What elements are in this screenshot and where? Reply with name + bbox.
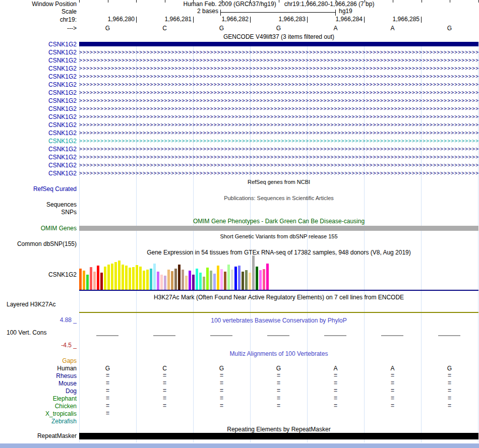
gene-label-csnk1g2[interactable]: CSNK1G2 — [0, 145, 77, 153]
track-label-dog[interactable]: Dog — [0, 388, 77, 395]
gtex-tissue-bar — [220, 269, 223, 290]
alignment-identity-mark: = — [79, 403, 136, 410]
gene-arrow-row[interactable]: >>>>>>>>>>>>>>>>>>>>>>>>>>>>>>>>>>>>>>>>… — [79, 137, 478, 145]
h3k27ac-signal-line[interactable] — [79, 312, 478, 313]
alignment-identity-mark: = — [421, 380, 478, 387]
track-label-gaps[interactable]: Gaps — [0, 357, 77, 364]
gene-arrow-row[interactable]: >>>>>>>>>>>>>>>>>>>>>>>>>>>>>>>>>>>>>>>>… — [79, 105, 478, 113]
gtex-tissue-bar — [242, 272, 244, 290]
gtex-tissue-bar — [245, 270, 248, 290]
ruler-tick — [250, 0, 251, 3]
gene-label-csnk1g2[interactable]: CSNK1G2 — [0, 73, 77, 81]
gene-arrow-row[interactable]: >>>>>>>>>>>>>>>>>>>>>>>>>>>>>>>>>>>>>>>>… — [79, 161, 478, 169]
phylop-score-dash — [324, 335, 346, 336]
ruler-base: A — [307, 25, 364, 32]
gtex-tissue-bar — [249, 273, 251, 290]
phylop-score-dash — [381, 335, 403, 336]
track-label-human[interactable]: Human — [0, 365, 77, 372]
alignment-identity-mark: = — [307, 395, 364, 402]
track-label-repeatmasker[interactable]: RepeatMasker — [0, 433, 77, 439]
window-position-label: Window Position — [0, 1, 77, 8]
multiz-human-base: G — [193, 365, 250, 372]
gene-exon-bar[interactable] — [79, 42, 478, 46]
track-label-refseq-curated[interactable]: RefSeq Curated — [0, 185, 77, 193]
track-label-common-dbsnp[interactable]: Common dbSNP(155) — [0, 240, 77, 247]
gtex-tissue-bar — [199, 273, 202, 290]
gene-label-csnk1g2[interactable]: CSNK1G2 — [0, 161, 77, 169]
track-label-gtex-gene[interactable]: CSNK1G2 — [0, 271, 77, 278]
track-label-snps[interactable]: SNPs — [0, 209, 77, 216]
gtex-tissue-bar — [263, 269, 265, 290]
gene-arrow-row[interactable]: >>>>>>>>>>>>>>>>>>>>>>>>>>>>>>>>>>>>>>>>… — [79, 97, 478, 105]
gene-label-csnk1g2[interactable]: CSNK1G2 — [0, 89, 77, 97]
gtex-tissue-bar — [132, 267, 135, 290]
track-label-x-tropicalis[interactable]: X_tropicalis — [0, 410, 77, 417]
gene-arrow-row[interactable]: >>>>>>>>>>>>>>>>>>>>>>>>>>>>>>>>>>>>>>>>… — [79, 121, 478, 129]
gene-label-csnk1g2[interactable]: CSNK1G2 — [0, 153, 77, 161]
publications-track-title: Publications: Sequences in Scientific Ar… — [79, 195, 478, 202]
phylop-min-axis-label: -4.5 _ — [0, 342, 77, 349]
gene-arrow-row[interactable]: >>>>>>>>>>>>>>>>>>>>>>>>>>>>>>>>>>>>>>>>… — [79, 81, 478, 89]
alignment-identity-mark: = — [136, 380, 193, 387]
gtex-tissue-bar — [136, 265, 138, 290]
gene-label-csnk1g2[interactable]: CSNK1G2 — [0, 113, 77, 121]
alignment-identity-mark: = — [421, 372, 478, 379]
gene-arrow-row[interactable]: >>>>>>>>>>>>>>>>>>>>>>>>>>>>>>>>>>>>>>>>… — [79, 145, 478, 153]
ruler-base: A — [364, 25, 421, 32]
gene-label-csnk1g2[interactable]: CSNK1G2 — [0, 97, 77, 105]
gene-label-csnk1g2[interactable]: CSNK1G2 — [0, 48, 77, 56]
gtex-tissue-bar — [256, 267, 258, 290]
ruler-tick — [422, 0, 422, 3]
gene-arrow-row[interactable]: >>>>>>>>>>>>>>>>>>>>>>>>>>>>>>>>>>>>>>>>… — [79, 48, 478, 56]
gene-label-csnk1g2[interactable]: CSNK1G2 — [0, 169, 77, 177]
gene-arrow-row[interactable]: >>>>>>>>>>>>>>>>>>>>>>>>>>>>>>>>>>>>>>>>… — [79, 113, 478, 121]
track-label-zebrafish[interactable]: Zebrafish — [0, 418, 77, 425]
gtex-tissue-bar — [157, 272, 159, 290]
gene-label-csnk1g2[interactable]: CSNK1G2 — [0, 105, 77, 113]
gtex-tissue-bar — [129, 268, 131, 290]
gene-label-csnk1g2[interactable]: CSNK1G2 — [0, 65, 77, 73]
alignment-identity-mark: = — [307, 388, 364, 395]
track-label-rhesus[interactable]: Rhesus — [0, 372, 77, 379]
gene-arrow-row[interactable]: >>>>>>>>>>>>>>>>>>>>>>>>>>>>>>>>>>>>>>>>… — [79, 73, 478, 81]
gtex-tissue-bar — [160, 275, 163, 290]
repeatmasker-track-title: Repeating Elements by RepeatMasker — [79, 426, 478, 433]
gene-arrow-row[interactable]: >>>>>>>>>>>>>>>>>>>>>>>>>>>>>>>>>>>>>>>>… — [79, 56, 478, 65]
track-label-mouse[interactable]: Mouse — [0, 380, 77, 387]
repeatmasker-bar[interactable] — [79, 433, 478, 439]
alignment-identity-mark: = — [79, 372, 136, 379]
ruler-tick — [279, 0, 279, 3]
alignment-identity-mark: = — [136, 372, 193, 379]
omim-gene-bar[interactable] — [79, 226, 478, 231]
gene-arrow-row[interactable]: >>>>>>>>>>>>>>>>>>>>>>>>>>>>>>>>>>>>>>>>… — [79, 129, 478, 137]
alignment-identity-mark: = — [250, 380, 307, 387]
gtex-tissue-bar — [150, 269, 152, 290]
track-label-chicken[interactable]: Chicken — [0, 403, 77, 410]
alignment-identity-mark: = — [250, 388, 307, 395]
gtex-tissue-bar — [266, 264, 269, 290]
coordinate-label: 1,966,285 — [375, 16, 420, 23]
gene-label-csnk1g2[interactable]: CSNK1G2 — [0, 56, 77, 65]
track-label-sequences[interactable]: Sequences — [0, 201, 77, 208]
ruler-base: G — [421, 25, 478, 32]
gtex-bar-chart[interactable] — [79, 255, 271, 290]
gene-label-csnk1g2[interactable]: CSNK1G2 — [0, 40, 77, 48]
gene-arrow-row[interactable]: >>>>>>>>>>>>>>>>>>>>>>>>>>>>>>>>>>>>>>>>… — [79, 169, 478, 177]
track-label-omim-genes[interactable]: OMIM Genes — [0, 225, 77, 232]
ruler-tick — [308, 0, 308, 3]
scale-bar-line — [221, 12, 335, 13]
track-label-100-vert-cons[interactable]: 100 Vert. Cons — [7, 329, 46, 336]
track-label-elephant[interactable]: Elephant — [0, 395, 77, 402]
gene-arrow-row[interactable]: >>>>>>>>>>>>>>>>>>>>>>>>>>>>>>>>>>>>>>>>… — [79, 65, 478, 73]
gene-label-csnk1g2[interactable]: CSNK1G2 — [0, 81, 77, 89]
gene-label-csnk1g2[interactable]: CSNK1G2 — [0, 121, 77, 129]
gene-label-csnk1g2[interactable]: CSNK1G2 — [0, 137, 77, 145]
coordinate-tick — [421, 17, 422, 23]
multiz-human-base: A — [307, 365, 364, 372]
gene-arrow-row[interactable]: >>>>>>>>>>>>>>>>>>>>>>>>>>>>>>>>>>>>>>>>… — [79, 89, 478, 97]
gene-label-csnk1g2[interactable]: CSNK1G2 — [0, 129, 77, 137]
gene-arrow-row[interactable]: >>>>>>>>>>>>>>>>>>>>>>>>>>>>>>>>>>>>>>>>… — [79, 153, 478, 161]
gtex-tissue-bar — [206, 268, 209, 290]
track-label-layered-h3k27ac[interactable]: Layered H3K27Ac — [7, 301, 55, 308]
omim-track-title: OMIM Gene Phenotypes - Dark Green Can Be… — [79, 218, 478, 225]
